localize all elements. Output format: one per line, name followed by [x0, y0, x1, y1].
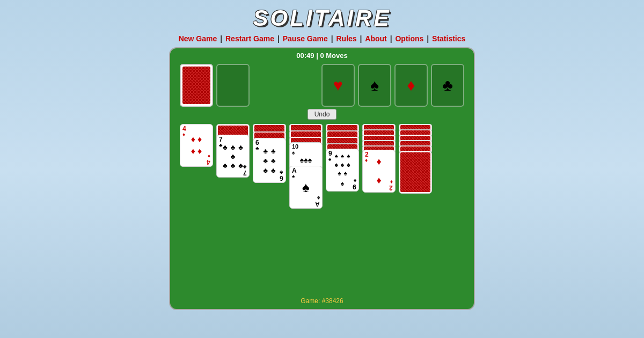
tableau-col-1: 4 ♦ ♦ ♦ ♦ ♦ 4 ♦	[180, 124, 213, 167]
top-row: ♥ ♠ ♦ ♣	[170, 64, 474, 107]
card-6-clubs[interactable]: 6 ♣ ♣ ♣ ♣ ♣ ♣ ♣ 6 ♣	[253, 138, 286, 183]
card-2-diamonds[interactable]: 2 ♦ ♦ ♦ 2 ♦	[362, 150, 396, 193]
foundation-hearts[interactable]: ♥	[321, 64, 355, 107]
tableau-col-4: 10 ♠ ♠♠♠ A ♠ ♠ A ♠	[289, 124, 323, 209]
foundation-clubs[interactable]: ♣	[431, 64, 464, 107]
card-ace-spades[interactable]: A ♠ ♠ A ♠	[289, 166, 323, 209]
foundation-diamonds[interactable]: ♦	[394, 64, 428, 107]
tableau-col-3: 6 ♣ ♣ ♣ ♣ ♣ ♣ ♣ 6 ♣	[253, 124, 286, 183]
card-4-diamonds[interactable]: 4 ♦ ♦ ♦ ♦ ♦ 4 ♦	[180, 124, 213, 167]
waste-pile[interactable]	[216, 64, 250, 107]
timer-bar: 00:49 | 0 Moves	[296, 52, 347, 60]
nav-rules[interactable]: Rules	[336, 34, 357, 43]
undo-button[interactable]: Undo	[308, 109, 337, 120]
game-number: Game: #38426	[301, 297, 343, 305]
tableau-col-2: 7 ♣ ♣ ♣ ♣ ♣ ♣ ♣ ♣	[216, 124, 250, 178]
tableau-col-5: 9 ♠ ♠♠♠ ♠♠♠ ♠♠ ♠ 9 ♠	[326, 124, 359, 192]
nav-restart-game[interactable]: Restart Game	[225, 34, 274, 43]
card-9-spades[interactable]: 9 ♠ ♠♠♠ ♠♠♠ ♠♠ ♠ 9 ♠	[326, 149, 359, 192]
tableau-col-7	[399, 124, 432, 194]
nav-pause-game[interactable]: Pause Game	[283, 34, 328, 43]
nav-options[interactable]: Options	[395, 34, 423, 43]
game-area: 00:49 | 0 Moves ♥ ♠ ♦ ♣ Undo 4 ♦ ♦ ♦	[169, 47, 475, 310]
game-title: SOLITAIRE	[253, 5, 391, 31]
foundation-spades[interactable]: ♠	[358, 64, 391, 107]
card-7-clubs[interactable]: 7 ♣ ♣ ♣ ♣ ♣ ♣ ♣ ♣	[216, 135, 250, 178]
stock-pile[interactable]	[180, 64, 213, 107]
nav-new-game[interactable]: New Game	[179, 34, 217, 43]
nav-statistics[interactable]: Statistics	[432, 34, 465, 43]
tableau: 4 ♦ ♦ ♦ ♦ ♦ 4 ♦	[170, 124, 474, 209]
nav-about[interactable]: About	[365, 34, 386, 43]
tableau-col-6: 2 ♦ ♦ ♦ 2 ♦	[362, 124, 396, 193]
navigation: New Game | Restart Game | Pause Game | R…	[179, 34, 466, 43]
